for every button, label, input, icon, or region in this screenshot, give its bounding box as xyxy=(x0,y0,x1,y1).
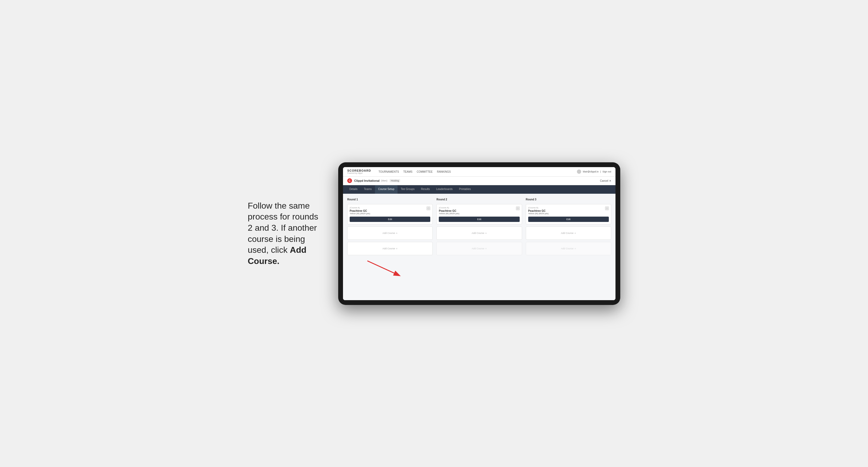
plus-icon-r2-2: + xyxy=(485,247,487,250)
tab-course-setup[interactable]: Course Setup xyxy=(375,185,398,194)
add-course-button-r1-2[interactable]: Add Course + xyxy=(347,242,433,255)
add-course-text: Add Course + xyxy=(382,231,398,235)
course-tag-r3: (Course A) xyxy=(528,207,549,209)
remove-course-button[interactable]: □ xyxy=(427,207,430,210)
course-name-r2: Peachtree GC xyxy=(439,210,459,212)
tab-printables[interactable]: Printables xyxy=(456,185,474,194)
round-2-label: Round 2 xyxy=(436,198,522,201)
tourney-logo-icon: C xyxy=(347,178,352,183)
plus-icon: + xyxy=(396,231,398,235)
nav-committee[interactable]: COMMITTEE xyxy=(417,170,433,173)
tab-leaderboards[interactable]: Leaderboards xyxy=(433,185,456,194)
plus-icon-r2-1: + xyxy=(485,231,487,235)
page-wrapper: Follow the same process for rounds 2 and… xyxy=(248,162,620,305)
add-course-text-r3-1: Add Course + xyxy=(561,231,576,235)
course-name: Peachtree GC xyxy=(350,210,370,212)
remove-course-button-r2[interactable]: □ xyxy=(516,207,520,210)
course-detail: Yellow (M) (6629 yds) xyxy=(350,212,370,215)
remove-course-button-r3[interactable]: □ xyxy=(605,207,609,210)
main-content: Round 1 (Course A) Peachtree GC Yellow (… xyxy=(343,194,616,300)
tourney-gender: (Men) xyxy=(381,179,388,182)
add-course-text-r2-2: Add Course + xyxy=(472,247,487,250)
tourney-name: Clippd Invitational xyxy=(354,179,379,182)
top-nav: SCOREBOARD Powered by clippd TOURNAMENTS… xyxy=(343,167,616,177)
course-detail-r2: Yellow (M) (6629 yds) xyxy=(439,212,459,215)
course-tag: (Course A) xyxy=(350,207,370,209)
round-3-label: Round 3 xyxy=(526,198,611,201)
tab-bar: Details Teams Course Setup Tee Groups Re… xyxy=(343,185,616,194)
nav-tournaments[interactable]: TOURNAMENTS xyxy=(378,170,399,173)
sign-out-link[interactable]: Sign out xyxy=(602,170,611,173)
tablet-frame: SCOREBOARD Powered by clippd TOURNAMENTS… xyxy=(338,162,620,305)
add-course-button-r1-1[interactable]: Add Course + xyxy=(347,226,433,240)
top-nav-links: TOURNAMENTS TEAMS COMMITTEE RANKINGS xyxy=(378,170,451,173)
scoreboard-logo: SCOREBOARD Powered by clippd xyxy=(347,169,371,174)
tab-teams[interactable]: Teams xyxy=(361,185,375,194)
nav-rankings[interactable]: RANKINGS xyxy=(437,170,451,173)
tablet-screen: SCOREBOARD Powered by clippd TOURNAMENTS… xyxy=(343,167,616,300)
cancel-icon: ✕ xyxy=(609,179,611,182)
add-course-button-r3-2: Add Course + xyxy=(526,242,611,255)
tab-details[interactable]: Details xyxy=(346,185,361,194)
top-nav-right: blair@clippd.io | Sign out xyxy=(577,169,611,174)
course-name-r3: Peachtree GC xyxy=(528,210,549,212)
round-1-column: Round 1 (Course A) Peachtree GC Yellow (… xyxy=(347,198,433,255)
rounds-grid: Round 1 (Course A) Peachtree GC Yellow (… xyxy=(347,198,611,255)
user-avatar xyxy=(577,169,581,174)
edit-course-button-r2[interactable]: Edit xyxy=(439,217,519,222)
round-1-label: Round 1 xyxy=(347,198,433,201)
course-card-header: (Course A) Peachtree GC Yellow (M) (6629… xyxy=(350,207,430,216)
plus-icon-r3-1: + xyxy=(574,231,576,235)
add-course-button-r3-1[interactable]: Add Course + xyxy=(526,226,611,240)
course-card-header-r3: (Course A) Peachtree GC Yellow (M) (6629… xyxy=(528,207,609,216)
hosting-badge: Hosting xyxy=(390,179,400,182)
course-tag-r2: (Course A) xyxy=(439,207,459,209)
nav-teams[interactable]: TEAMS xyxy=(403,170,412,173)
add-course-text-2: Add Course + xyxy=(382,247,398,250)
tab-tee-groups[interactable]: Tee Groups xyxy=(398,185,418,194)
logo-sub-text: Powered by clippd xyxy=(347,172,371,174)
edit-course-button[interactable]: Edit xyxy=(350,217,430,222)
tab-results[interactable]: Results xyxy=(418,185,433,194)
course-info: (Course A) Peachtree GC Yellow (M) (6629… xyxy=(350,207,370,216)
round-1-course-card: (Course A) Peachtree GC Yellow (M) (6629… xyxy=(347,204,433,224)
course-detail-r3: Yellow (M) (6629 yds) xyxy=(528,212,549,215)
course-card-header-r2: (Course A) Peachtree GC Yellow (M) (6629… xyxy=(439,207,519,216)
round-3-column: Round 3 (Course A) Peachtree GC Yellow (… xyxy=(526,198,611,255)
round-2-course-card: (Course A) Peachtree GC Yellow (M) (6629… xyxy=(436,204,522,224)
add-course-button-r2-2: Add Course + xyxy=(436,242,522,255)
logo-main-text: SCOREBOARD xyxy=(347,169,371,172)
round-3-course-card: (Course A) Peachtree GC Yellow (M) (6629… xyxy=(526,204,611,224)
instruction-block: Follow the same process for rounds 2 and… xyxy=(248,200,322,267)
round-2-column: Round 2 (Course A) Peachtree GC Yellow (… xyxy=(436,198,522,255)
user-email: blair@clippd.io xyxy=(583,170,598,173)
plus-icon-r3-2: + xyxy=(574,247,576,250)
add-course-button-r2-1[interactable]: Add Course + xyxy=(436,226,522,240)
add-course-text-r3-2: Add Course + xyxy=(561,247,576,250)
separator: | xyxy=(600,170,601,173)
sub-header: C Clippd Invitational (Men) Hosting Canc… xyxy=(343,177,616,185)
edit-course-button-r3[interactable]: Edit xyxy=(528,217,609,222)
plus-icon-2: + xyxy=(396,247,398,250)
cancel-button[interactable]: Cancel ✕ xyxy=(600,179,611,182)
add-course-text-r2-1: Add Course + xyxy=(472,231,487,235)
course-info-r2: (Course A) Peachtree GC Yellow (M) (6629… xyxy=(439,207,459,216)
course-info-r3: (Course A) Peachtree GC Yellow (M) (6629… xyxy=(528,207,549,216)
